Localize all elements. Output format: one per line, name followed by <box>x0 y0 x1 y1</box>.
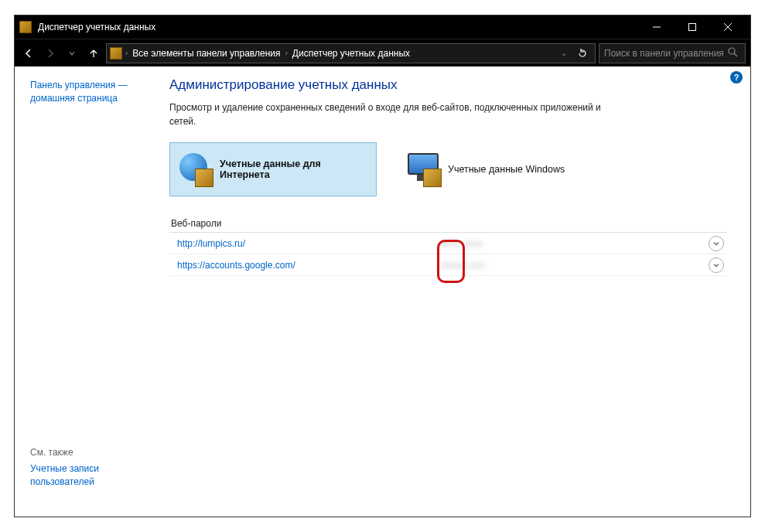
see-also-heading: См. также <box>30 447 162 458</box>
sidebar-home-link[interactable]: Панель управления — домашняя страница <box>30 79 162 105</box>
globe-safe-icon <box>179 153 212 186</box>
tile-label: Учетные данные для Интернета <box>220 159 367 180</box>
credentials-table: http://lumpics.ru/ xxxx_xxxx https://acc… <box>169 232 727 276</box>
svg-point-4 <box>729 48 735 54</box>
up-button[interactable] <box>84 44 103 63</box>
search-icon <box>728 47 740 60</box>
sidebar-link-label: Панель управления — <box>30 80 128 90</box>
refresh-button[interactable] <box>573 44 592 63</box>
breadcrumb-item[interactable]: Все элементы панели управления <box>131 48 282 59</box>
chevron-right-icon: › <box>125 49 128 57</box>
credential-type-tiles: Учетные данные для Интернета Учетные дан… <box>169 142 727 196</box>
credential-user-blurred: xxxxxx.xxx <box>440 260 533 271</box>
close-button[interactable] <box>710 15 746 39</box>
see-also-section: См. также Учетные записи пользователей <box>30 447 162 504</box>
page-title: Администрирование учетных данных <box>169 77 727 93</box>
expand-button[interactable] <box>709 257 724 273</box>
maximize-button[interactable] <box>674 15 710 39</box>
chevron-down-icon[interactable]: ⌄ <box>561 49 567 57</box>
address-bar[interactable]: › Все элементы панели управления › Диспе… <box>106 43 596 63</box>
minimize-button[interactable] <box>639 15 674 39</box>
search-input[interactable] <box>604 48 728 59</box>
chevron-right-icon: › <box>285 49 287 57</box>
titlebar: Диспетчер учетных данных <box>15 15 750 39</box>
credential-user-blurred: xxxx_xxxx <box>440 238 533 249</box>
content-area: ? Панель управления — домашняя страница … <box>15 66 750 517</box>
sidebar-user-accounts-link[interactable]: Учетные записи пользователей <box>30 462 162 489</box>
back-button[interactable] <box>19 44 38 63</box>
location-icon <box>110 47 122 60</box>
credential-url[interactable]: https://accounts.google.com/ <box>177 260 440 271</box>
credential-url[interactable]: http://lumpics.ru/ <box>177 238 440 249</box>
monitor-safe-icon <box>408 153 440 186</box>
expand-button[interactable] <box>709 236 724 251</box>
app-icon <box>19 21 32 33</box>
breadcrumb-item[interactable]: Диспетчер учетных данных <box>291 48 412 59</box>
navbar: › Все элементы панели управления › Диспе… <box>15 39 750 66</box>
svg-rect-1 <box>689 24 696 31</box>
credential-row: https://accounts.google.com/ xxxxxx.xxx <box>169 254 727 276</box>
tile-windows-credentials[interactable]: Учетные данные Windows <box>398 142 606 196</box>
tile-label: Учетные данные Windows <box>448 164 596 175</box>
page-description: Просмотр и удаление сохраненных сведений… <box>169 101 603 128</box>
sidebar-link-label: Учетные записи <box>30 463 99 474</box>
section-header: Веб-пароли <box>169 218 727 229</box>
tile-internet-credentials[interactable]: Учетные данные для Интернета <box>169 142 377 196</box>
window: Диспетчер учетных данных › <box>14 15 751 517</box>
main-panel: Администрирование учетных данных Просмот… <box>169 66 750 517</box>
recent-dropdown[interactable] <box>63 44 81 63</box>
window-title: Диспетчер учетных данных <box>38 22 639 32</box>
sidebar: Панель управления — домашняя страница См… <box>15 66 169 517</box>
sidebar-link-label: домашняя страница <box>30 93 118 104</box>
search-bar[interactable] <box>599 43 746 63</box>
forward-button[interactable] <box>41 44 60 63</box>
help-icon[interactable]: ? <box>730 71 743 84</box>
credential-row: http://lumpics.ru/ xxxx_xxxx <box>169 233 727 254</box>
svg-line-5 <box>734 53 737 56</box>
sidebar-link-label: пользователей <box>30 476 94 487</box>
